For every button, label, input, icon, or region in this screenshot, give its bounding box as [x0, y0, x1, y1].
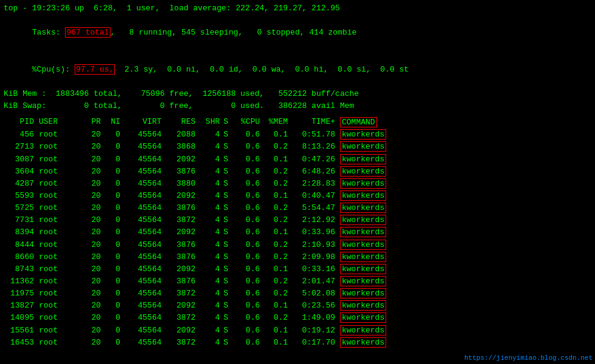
- cell-command: kworkerds: [340, 288, 591, 300]
- cell-mem: 0.2: [264, 214, 291, 226]
- cell-user: root: [39, 288, 83, 300]
- cell-ni: 0: [104, 288, 124, 300]
- col-header-command: COMMAND: [340, 117, 591, 127]
- table-row: 8660root2004556438764S0.60.22:09.98kwork…: [4, 251, 591, 263]
- cell-mem: 0.1: [264, 129, 291, 141]
- cell-time: 1:49.09: [291, 312, 340, 324]
- cell-s: S: [223, 178, 236, 190]
- cell-ni: 0: [104, 166, 124, 178]
- cell-shr: 4: [199, 178, 223, 190]
- cell-ni: 0: [104, 190, 124, 202]
- cell-time: 2:09.98: [291, 251, 340, 263]
- cell-cpu: 0.6: [236, 226, 264, 238]
- cell-pid: 8394: [4, 226, 39, 238]
- cell-user: root: [39, 251, 83, 263]
- cell-cpu: 0.6: [236, 239, 264, 251]
- cell-res: 3872: [165, 214, 199, 226]
- cell-shr: 4: [199, 166, 223, 178]
- cell-virt: 45564: [124, 312, 165, 324]
- cell-time: 0:40.47: [291, 190, 340, 202]
- cell-time: 2:10.93: [291, 239, 340, 251]
- cell-user: root: [39, 153, 83, 166]
- cell-cpu: 0.6: [236, 202, 264, 214]
- cell-ni: 0: [104, 214, 124, 226]
- cell-pid: 8444: [4, 239, 39, 251]
- cell-user: root: [39, 263, 83, 275]
- header-line-1: top - 19:23:26 up 6:28, 1 user, load ave…: [4, 2, 591, 15]
- cell-cpu: 0.6: [236, 141, 264, 153]
- cell-user: root: [39, 129, 83, 141]
- cell-ni: 0: [104, 325, 124, 337]
- table-row: 3604root2004556438764S0.60.26:48.26kwork…: [4, 166, 591, 178]
- cell-shr: 4: [199, 226, 223, 238]
- cell-pr: 20: [83, 141, 104, 153]
- cell-cpu: 0.6: [236, 166, 264, 178]
- col-header-shr: SHR: [199, 117, 223, 127]
- cell-pid: 2713: [4, 141, 39, 153]
- cell-res: 3876: [165, 275, 199, 288]
- cell-s: S: [223, 337, 236, 349]
- cell-command: kworkerds: [340, 202, 591, 214]
- table-row: 8394root2004556420924S0.60.10:33.96kwork…: [4, 226, 591, 238]
- cell-virt: 45564: [124, 190, 165, 202]
- table-row: 14095root2004556438724S0.60.21:49.09kwor…: [4, 312, 591, 324]
- cell-ni: 0: [104, 153, 124, 166]
- cell-pr: 20: [83, 178, 104, 190]
- cell-s: S: [223, 202, 236, 214]
- cell-pr: 20: [83, 129, 104, 141]
- col-header-cpu: %CPU: [236, 117, 264, 127]
- cell-shr: 4: [199, 190, 223, 202]
- table-row: 456root2004556420884S0.60.10:51.78kworke…: [4, 129, 591, 141]
- cell-pr: 20: [83, 275, 104, 288]
- cell-res: 3876: [165, 239, 199, 251]
- cell-res: 3876: [165, 202, 199, 214]
- cell-time: 8:13.26: [291, 141, 340, 153]
- table-row: 13827root2004556420924S0.60.10:23.56kwor…: [4, 300, 591, 312]
- cell-pr: 20: [83, 263, 104, 275]
- cell-virt: 45564: [124, 141, 165, 153]
- table-row: 8444root2004556438764S0.60.22:10.93kwork…: [4, 239, 591, 251]
- cell-command: kworkerds: [340, 275, 591, 288]
- cell-shr: 4: [199, 153, 223, 166]
- cell-res: 2092: [165, 300, 199, 312]
- cell-user: root: [39, 202, 83, 214]
- cell-res: 2092: [165, 325, 199, 337]
- cell-time: 0:33.16: [291, 263, 340, 275]
- cell-s: S: [223, 275, 236, 288]
- table-row: 3087root2004556420924S0.60.10:47.26kwork…: [4, 153, 591, 166]
- cell-mem: 0.1: [264, 325, 291, 337]
- table-row: 11975root2004556438724S0.60.25:02.08kwor…: [4, 288, 591, 300]
- cell-pr: 20: [83, 202, 104, 214]
- cell-virt: 45564: [124, 166, 165, 178]
- cell-virt: 45564: [124, 300, 165, 312]
- cpu-value: 97.7 us,: [75, 64, 115, 75]
- cell-shr: 4: [199, 300, 223, 312]
- cell-mem: 0.2: [264, 141, 291, 153]
- header-line-2: Tasks: 967 total, 8 running, 545 sleepin…: [4, 15, 591, 51]
- tasks-rest: , 8 running, 545 sleeping, 0 stopped, 41…: [110, 28, 357, 37]
- cell-ni: 0: [104, 226, 124, 238]
- cell-mem: 0.2: [264, 251, 291, 263]
- cell-command: kworkerds: [340, 239, 591, 251]
- table-row: 15561root2004556420924S0.60.10:19.12kwor…: [4, 325, 591, 337]
- cell-shr: 4: [199, 214, 223, 226]
- table-body: 456root2004556420884S0.60.10:51.78kworke…: [4, 129, 591, 349]
- cell-cpu: 0.6: [236, 129, 264, 141]
- cell-s: S: [223, 226, 236, 238]
- cell-res: 3872: [165, 288, 199, 300]
- cell-shr: 4: [199, 239, 223, 251]
- cell-s: S: [223, 251, 236, 263]
- command-box-header: COMMAND: [340, 117, 377, 127]
- cell-command: kworkerds: [340, 153, 591, 166]
- cell-pid: 8743: [4, 263, 39, 275]
- col-header-res: RES: [165, 117, 199, 127]
- cell-virt: 45564: [124, 275, 165, 288]
- cell-ni: 0: [104, 129, 124, 141]
- cell-pid: 8660: [4, 251, 39, 263]
- cell-res: 2088: [165, 129, 199, 141]
- cell-cpu: 0.6: [236, 337, 264, 349]
- cell-cpu: 0.6: [236, 214, 264, 226]
- table-row: 11362root2004556438764S0.60.22:01.47kwor…: [4, 275, 591, 288]
- cell-virt: 45564: [124, 226, 165, 238]
- cell-time: 0:51.78: [291, 129, 340, 141]
